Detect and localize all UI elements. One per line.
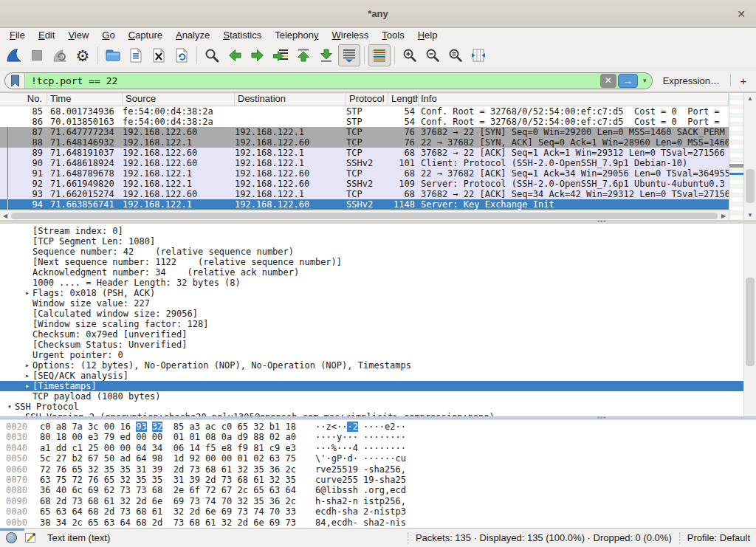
menu-analyze[interactable]: Analyze: [169, 29, 216, 41]
detail-line[interactable]: Urgent pointer: 0: [0, 350, 743, 360]
detail-line[interactable]: [Next sequence number: 1122 (relative se…: [0, 257, 743, 267]
packet-row[interactable]: 9471.663856741192.168.122.1192.168.122.6…: [0, 199, 729, 210]
find-packet-button[interactable]: [201, 44, 223, 66]
filter-input[interactable]: !tcp.port == 22: [25, 75, 600, 86]
filter-apply-button[interactable]: →: [618, 74, 638, 88]
detail-line[interactable]: ▸Flags: 0x018 (PSH, ACK): [0, 288, 743, 298]
detail-line[interactable]: [Stream index: 0]: [0, 226, 743, 236]
detail-line[interactable]: ▸Options: (12 bytes), No-Operation (NOP)…: [0, 360, 743, 371]
packet-row[interactable]: 8971.648191037192.168.122.60192.168.122.…: [0, 148, 729, 158]
detail-line[interactable]: [Calculated window size: 29056]: [0, 309, 743, 319]
hex-row[interactable]: 00505c 27 b2 67 50 ad 64 98 1d 92 00 00 …: [6, 453, 756, 464]
detail-line[interactable]: Checksum: 0x79ed [unverified]: [0, 329, 743, 340]
detail-line[interactable]: TCP payload (1080 bytes): [0, 391, 743, 402]
detail-line[interactable]: [Window size scaling factor: 128]: [0, 319, 743, 329]
filter-dropdown-button[interactable]: ▾: [639, 74, 650, 88]
column-header-length[interactable]: Length: [388, 93, 419, 106]
profile-selector[interactable]: Profile: Default: [687, 532, 750, 543]
detail-line[interactable]: [TCP Segment Len: 1080]: [0, 236, 743, 247]
column-header-source[interactable]: Source: [123, 93, 235, 106]
packet-row[interactable]: 8871.648146932192.168.122.1192.168.122.6…: [0, 137, 729, 148]
column-header-protocol[interactable]: Protocol: [346, 93, 388, 106]
column-header-info[interactable]: Info: [419, 93, 729, 106]
menu-view[interactable]: View: [61, 29, 95, 41]
hex-row[interactable]: 009068 2d 73 68 61 32 2d 6e 69 73 74 70 …: [6, 496, 756, 506]
capture-options-button[interactable]: ⚙: [72, 44, 94, 66]
hex-row[interactable]: 00b038 34 2c 65 63 64 68 2d 73 68 61 32 …: [6, 517, 756, 528]
packet-row[interactable]: 8771.647777234192.168.122.60192.168.122.…: [0, 127, 729, 137]
packet-row[interactable]: 8670.013850163fe:54:00:d4:38:2aSTP54Conf…: [0, 117, 729, 127]
resize-columns-button[interactable]: [467, 44, 489, 66]
go-to-packet-button[interactable]: [269, 44, 292, 66]
menu-wireless[interactable]: Wireless: [326, 29, 376, 41]
column-header-time[interactable]: Time: [47, 93, 123, 106]
menu-tools[interactable]: Tools: [375, 29, 410, 41]
hscroll-thumb[interactable]: [11, 213, 718, 219]
close-window-button[interactable]: ✕: [734, 7, 749, 21]
scroll-down-arrow-icon[interactable]: ▼: [744, 210, 756, 220]
filter-bookmark-button[interactable]: [5, 73, 25, 89]
auto-scroll-button[interactable]: [338, 44, 360, 66]
reload-file-button[interactable]: [171, 44, 193, 66]
vscroll-thumb[interactable]: [746, 169, 755, 203]
go-first-packet-button[interactable]: [292, 44, 315, 66]
save-file-button[interactable]: [125, 44, 147, 66]
detail-line[interactable]: ▸[SEQ/ACK analysis]: [0, 371, 743, 381]
hex-row[interactable]: 003080 18 00 e3 79 ed 00 00 01 01 08 0a …: [6, 432, 756, 442]
stop-capture-button[interactable]: [26, 44, 48, 66]
menu-help[interactable]: Help: [411, 29, 444, 41]
detail-line[interactable]: Sequence number: 42 (relative sequence n…: [0, 247, 743, 257]
hex-row[interactable]: 007063 75 72 76 65 32 35 35 31 39 2d 73 …: [6, 475, 756, 485]
packet-list-hscrollbar[interactable]: ◀ ▶: [0, 210, 729, 220]
expand-arrow[interactable]: ▸: [22, 360, 32, 371]
menu-file[interactable]: File: [3, 29, 32, 41]
expand-arrow[interactable]: ▸: [22, 381, 32, 391]
capture-comment-icon[interactable]: [24, 531, 37, 544]
go-last-packet-button[interactable]: [315, 44, 337, 66]
hex-row[interactable]: 0040a1 dd c1 25 00 00 04 34 06 14 f5 e8 …: [6, 443, 756, 453]
packet-row[interactable]: 8568.001734936fe:54:00:d4:38:2aSTP54Conf…: [0, 106, 729, 117]
hex-row[interactable]: 0020c0 a8 7a 3c 00 16 93 32 85 a3 ac c0 …: [6, 422, 756, 432]
add-filter-button[interactable]: +: [735, 75, 752, 87]
expert-info-icon[interactable]: [6, 532, 17, 543]
menu-capture[interactable]: Capture: [122, 29, 169, 41]
close-file-button[interactable]: [148, 44, 170, 66]
packet-minimap[interactable]: [729, 93, 743, 220]
zoom-original-button[interactable]: [444, 44, 467, 66]
menu-statistics[interactable]: Statistics: [216, 29, 268, 41]
vscroll-track[interactable]: [744, 103, 756, 210]
pane-splitter[interactable]: •••: [0, 220, 756, 224]
packet-list-vscrollbar[interactable]: ▲ ▼: [743, 93, 756, 220]
detail-line[interactable]: [Checksum Status: Unverified]: [0, 340, 743, 350]
menu-go[interactable]: Go: [95, 29, 121, 41]
scroll-right-arrow-icon[interactable]: ▶: [718, 213, 729, 219]
packet-row[interactable]: 9271.661949820192.168.122.1192.168.122.6…: [0, 179, 729, 189]
packet-row[interactable]: 9171.648789678192.168.122.1192.168.122.6…: [0, 168, 729, 179]
hex-row[interactable]: 006072 76 65 32 35 35 31 39 2d 73 68 61 …: [6, 464, 756, 475]
detail-scroll-thumb[interactable]: [746, 278, 755, 366]
expression-button[interactable]: Expression…: [657, 75, 726, 86]
go-next-packet-button[interactable]: [247, 44, 269, 66]
packet-row[interactable]: 9371.662015274192.168.122.60192.168.122.…: [0, 189, 729, 199]
zoom-out-button[interactable]: [422, 44, 444, 66]
column-header-destination[interactable]: Destination: [235, 93, 346, 106]
go-previous-packet-button[interactable]: [224, 44, 246, 66]
column-header-no[interactable]: No.: [0, 93, 47, 106]
packet-row[interactable]: 9071.648618924192.168.122.60192.168.122.…: [0, 158, 729, 168]
filter-clear-button[interactable]: ✕: [600, 74, 616, 88]
detail-line[interactable]: 1000 .... = Header Length: 32 bytes (8): [0, 278, 743, 288]
pane-splitter[interactable]: •••: [0, 416, 756, 419]
expand-arrow[interactable]: ▸: [22, 288, 32, 298]
start-capture-button[interactable]: [3, 44, 25, 66]
scroll-left-arrow-icon[interactable]: ◀: [0, 213, 10, 219]
expand-arrow[interactable]: ▸: [22, 371, 32, 381]
colorize-packets-button[interactable]: [368, 44, 391, 66]
display-filter-field[interactable]: !tcp.port == 22 ✕ → ▾: [4, 72, 653, 89]
detail-line[interactable]: Window size value: 227: [0, 298, 743, 309]
hex-row[interactable]: 00a065 63 64 68 2d 73 68 61 32 2d 6e 69 …: [6, 506, 756, 517]
detail-line[interactable]: ▾SSH Protocol: [0, 402, 743, 412]
expand-arrow[interactable]: ▾: [4, 402, 15, 412]
detail-vscrollbar[interactable]: [743, 224, 756, 416]
restart-capture-button[interactable]: [49, 44, 71, 66]
scroll-up-arrow-icon[interactable]: ▲: [744, 93, 756, 103]
